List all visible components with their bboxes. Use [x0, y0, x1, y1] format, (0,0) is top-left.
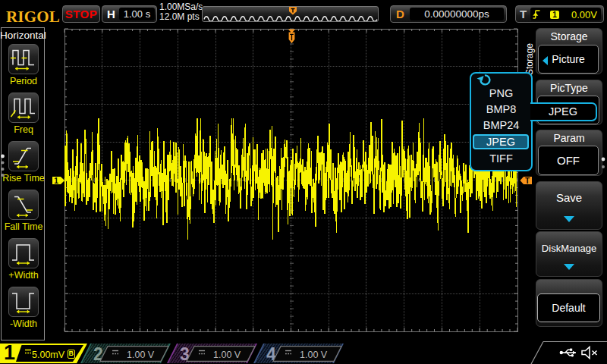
svg-text:1: 1 [54, 177, 58, 185]
svg-text:T: T [525, 177, 530, 185]
